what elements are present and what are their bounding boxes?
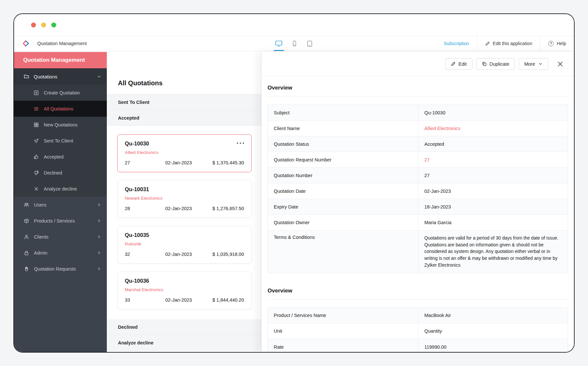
person-icon (24, 234, 29, 240)
list-icon (34, 106, 39, 111)
card-list: Qu-10030 Allied Electronics 27 02-Jan-20… (107, 126, 261, 319)
sidebar-item-label: All Quotations (44, 106, 73, 111)
field-row: Expiry Date 18-Jan-2023 (268, 199, 568, 215)
section-analyze-decline[interactable]: Analyze decline (107, 335, 261, 351)
field-value-link[interactable]: 27 (418, 152, 568, 167)
sidebar-item-declined[interactable]: Declined (14, 165, 107, 181)
field-value: Quotations are valid for a period of 30 … (418, 230, 568, 273)
more-button[interactable]: More (519, 58, 548, 70)
sidebar-group-label: Quotations (34, 74, 57, 79)
quotation-card[interactable]: Qu-10036 Marshal Electronics 33 02-Jan-2… (117, 272, 252, 309)
field-row: Subject Qu-10030 (268, 105, 568, 121)
edit-button[interactable]: Edit (445, 58, 472, 70)
folder-icon (24, 74, 29, 79)
quotation-card[interactable]: Qu-10030 Allied Electronics 27 02-Jan-20… (117, 134, 252, 172)
card-id: Qu-10030 (125, 141, 149, 147)
card-client[interactable]: Rutronik (125, 241, 244, 246)
section-accepted[interactable]: Accepted (107, 110, 261, 126)
duplicate-button[interactable]: Duplicate (476, 58, 515, 70)
close-window-button[interactable] (31, 23, 36, 27)
card-client[interactable]: Newark Electronics (125, 196, 244, 201)
field-label: Subject (268, 105, 418, 120)
field-value-link[interactable]: Allied Electronics (418, 121, 568, 136)
duplicate-button-label: Duplicate (490, 61, 509, 67)
tablet-icon[interactable] (306, 36, 313, 51)
thumb-up-icon (34, 154, 39, 159)
app-toolbar: Quotation Management Subscription Edit t… (14, 36, 574, 51)
sidebar-item-label: Products / Services (34, 218, 75, 224)
sidebar-item-accepted[interactable]: Accepted (14, 149, 107, 165)
sidebar-item-label: Create Quotation (44, 90, 80, 95)
device-preview-switcher (275, 36, 313, 51)
sidebar-item-all-quotations[interactable]: All Quotations (14, 101, 107, 117)
more-options-icon[interactable] (237, 141, 244, 144)
chevron-down-icon (538, 61, 543, 66)
x-icon (34, 186, 39, 191)
sidebar-item-label: Analyze decline (44, 186, 77, 191)
chevron-right-icon (97, 250, 101, 256)
chevron-down-icon (97, 74, 101, 79)
edit-application-button[interactable]: Edit this application (477, 36, 540, 51)
card-id: Qu-10035 (125, 232, 149, 238)
sidebar-group-quotations[interactable]: Quotations (14, 68, 107, 85)
subscription-link[interactable]: Subscription (436, 36, 477, 51)
field-value: Quantity (418, 324, 568, 339)
desktop-icon[interactable] (275, 36, 283, 51)
card-request-number: 32 (125, 252, 165, 257)
field-label: Quotation Request Number (268, 152, 418, 167)
card-request-number: 27 (125, 160, 165, 165)
card-amount: $ 1,844,440.20 (212, 297, 244, 303)
close-icon[interactable] (557, 61, 564, 67)
card-id: Qu-10036 (125, 278, 149, 284)
sidebar-item-admin[interactable]: Admin (14, 245, 107, 261)
card-request-number: 28 (125, 206, 165, 211)
sidebar-item-create-quotation[interactable]: Create Quotation (14, 85, 107, 101)
sidebar-item-quotation-requests[interactable]: Quotation Requests (14, 261, 107, 277)
minimize-window-button[interactable] (41, 23, 46, 27)
field-value: Qu-10030 (418, 105, 568, 120)
field-label: Terms & Conditions (268, 230, 418, 273)
card-date: 02-Jan-2023 (165, 206, 192, 211)
sidebar-quotations-submenu: Create Quotation All Quotations New Quot… (14, 85, 107, 197)
sidebar-item-sent-to-client[interactable]: Sent To Client (14, 133, 107, 149)
card-amount: $ 1,370,445.30 (212, 160, 244, 165)
section-sent-to-client[interactable]: Sent To Client (107, 94, 261, 110)
card-client[interactable]: Marshal Electronics (125, 287, 244, 292)
app-title: Quotation Management (37, 41, 87, 46)
sidebar-item-users[interactable]: Users (14, 197, 107, 213)
app-window: Quotation Management Subscription Edit t… (13, 13, 575, 353)
help-button[interactable]: ? Help (540, 36, 574, 51)
card-date: 02-Jan-2023 (165, 297, 192, 303)
field-label: Quotation Number (268, 168, 418, 183)
field-value: 119990.00 (418, 339, 568, 352)
lock-icon (24, 250, 29, 256)
field-value: MacBook Air (418, 308, 568, 323)
field-value: 02-Jan-2023 (418, 183, 568, 199)
overview-table: Subject Qu-10030 Client Name Allied Elec… (268, 105, 568, 273)
section-title: Overview (268, 85, 292, 91)
sidebar-item-clients[interactable]: Clients (14, 229, 107, 245)
quotation-card[interactable]: Qu-10031 Newark Electronics 28 02-Jan-20… (117, 180, 252, 218)
sidebar-item-label: Accepted (44, 154, 63, 159)
quotation-card[interactable]: Qu-10035 Rutronik 32 02-Jan-2023 $ 1,035… (117, 226, 252, 264)
phone-icon[interactable] (291, 36, 298, 51)
sidebar-item-label: Quotation Requests (34, 266, 76, 272)
app-logo-icon[interactable] (22, 40, 30, 47)
card-client[interactable]: Allied Electronics (125, 150, 244, 155)
section-declined[interactable]: Declined (107, 319, 261, 335)
sidebar-item-analyze-decline[interactable]: Analyze decline (14, 181, 107, 197)
pencil-icon (485, 41, 490, 46)
hand-icon (24, 266, 29, 272)
detail-header: Edit Duplicate More (262, 52, 574, 76)
zoom-window-button[interactable] (51, 23, 56, 27)
card-date: 02-Jan-2023 (165, 252, 192, 257)
chevron-right-icon (97, 218, 101, 224)
sidebar-item-products-services[interactable]: Products / Services (14, 213, 107, 229)
sidebar-item-new-quotations[interactable]: New Quotations (14, 117, 107, 133)
thumb-down-icon (34, 170, 39, 175)
chevron-right-icon (97, 234, 101, 240)
overview-section-head: Overview (268, 85, 568, 97)
field-row: Quotation Owner Maria Garcia (268, 215, 568, 230)
toolbar-left: Quotation Management (14, 36, 87, 51)
field-label: Unit (268, 324, 418, 339)
